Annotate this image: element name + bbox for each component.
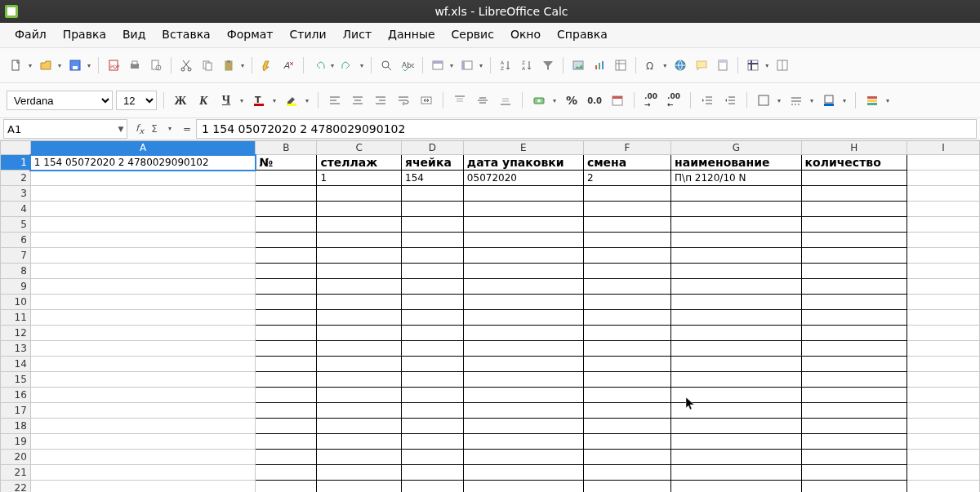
cell-C20[interactable] — [317, 450, 402, 465]
cell-D9[interactable] — [402, 279, 464, 295]
cell-B1[interactable]: № — [256, 155, 317, 171]
cell-A19[interactable] — [30, 434, 255, 450]
cell-E5[interactable] — [463, 217, 583, 233]
cell-C1[interactable]: стеллаж — [317, 155, 402, 171]
cell-I16[interactable] — [907, 388, 980, 403]
cell-I22[interactable] — [907, 481, 980, 493]
cell-A6[interactable] — [30, 233, 255, 248]
remove-decimal-icon[interactable]: .00← — [664, 91, 684, 110]
cell-A4[interactable] — [30, 202, 255, 217]
cell-G16[interactable] — [671, 388, 801, 403]
cell-C3[interactable] — [317, 186, 402, 202]
cell-F19[interactable] — [583, 434, 670, 450]
cell-G12[interactable] — [671, 326, 801, 341]
cell-E21[interactable] — [463, 465, 583, 481]
cell-A10[interactable] — [30, 295, 255, 310]
cell-H13[interactable] — [801, 341, 907, 357]
freeze-icon[interactable] — [743, 55, 763, 75]
select-all-corner[interactable] — [1, 141, 31, 155]
cell-G7[interactable] — [671, 248, 801, 264]
cell-D11[interactable] — [402, 310, 464, 326]
cell-G5[interactable] — [671, 217, 801, 233]
row-header-22[interactable]: 22 — [1, 481, 31, 493]
row-header-14[interactable]: 14 — [1, 357, 31, 372]
cell-G13[interactable] — [671, 341, 801, 357]
cell-E19[interactable] — [463, 434, 583, 450]
cell-G11[interactable] — [671, 310, 801, 326]
font-color-button[interactable]: T — [249, 91, 269, 110]
insert-chart-icon[interactable] — [590, 55, 609, 75]
cell-D10[interactable] — [402, 295, 464, 310]
function-wizard-icon[interactable]: fx — [134, 122, 145, 135]
cell-A20[interactable] — [30, 450, 255, 465]
insert-image-icon[interactable] — [568, 55, 588, 75]
cell-F18[interactable] — [583, 419, 670, 434]
font-name-select[interactable]: Verdana — [7, 91, 113, 110]
align-left-icon[interactable] — [325, 91, 345, 110]
cell-I18[interactable] — [907, 419, 980, 434]
cell-E3[interactable] — [463, 186, 583, 202]
border-color-icon[interactable] — [819, 91, 839, 110]
currency-icon[interactable] — [529, 91, 549, 110]
cell-D4[interactable] — [402, 202, 464, 217]
row-header-12[interactable]: 12 — [1, 326, 31, 341]
cell-A3[interactable] — [30, 186, 255, 202]
row-header-2[interactable]: 2 — [1, 171, 31, 186]
clone-formatting-icon[interactable] — [257, 55, 277, 75]
cell-I20[interactable] — [907, 450, 980, 465]
cell-H17[interactable] — [801, 403, 907, 419]
align-middle-icon[interactable] — [473, 91, 492, 110]
conditional-format-icon[interactable] — [862, 91, 882, 110]
cell-F14[interactable] — [583, 357, 670, 372]
cell-E13[interactable] — [463, 341, 583, 357]
cell-D16[interactable] — [402, 388, 464, 403]
cell-F7[interactable] — [583, 248, 670, 264]
cell-B4[interactable] — [256, 202, 317, 217]
cell-G10[interactable] — [671, 295, 801, 310]
menu-Вид[interactable]: Вид — [114, 24, 154, 44]
menu-Сервис[interactable]: Сервис — [443, 24, 502, 44]
cell-A13[interactable] — [30, 341, 255, 357]
cell-A9[interactable] — [30, 279, 255, 295]
cell-C9[interactable] — [317, 279, 402, 295]
cell-E15[interactable] — [463, 372, 583, 388]
cell-B19[interactable] — [256, 434, 317, 450]
column-header-G[interactable]: G — [671, 141, 801, 155]
cell-F15[interactable] — [583, 372, 670, 388]
cell-A16[interactable] — [30, 388, 255, 403]
print-icon[interactable] — [125, 55, 145, 75]
cell-E12[interactable] — [463, 326, 583, 341]
cell-G3[interactable] — [671, 186, 801, 202]
cell-F2[interactable]: 2 — [583, 171, 670, 186]
cell-D19[interactable] — [402, 434, 464, 450]
cell-E18[interactable] — [463, 419, 583, 434]
sort-desc-icon[interactable]: ZA — [517, 55, 537, 75]
align-bottom-icon[interactable] — [496, 91, 515, 110]
cell-G18[interactable] — [671, 419, 801, 434]
menu-Окно[interactable]: Окно — [502, 24, 549, 44]
row-icon[interactable] — [428, 55, 448, 75]
cell-H5[interactable] — [801, 217, 907, 233]
cell-I10[interactable] — [907, 295, 980, 310]
cell-A5[interactable] — [30, 217, 255, 233]
row-header-6[interactable]: 6 — [1, 233, 31, 248]
name-box[interactable]: A1 ▼ — [3, 119, 127, 139]
cell-E9[interactable] — [463, 279, 583, 295]
cell-E17[interactable] — [463, 403, 583, 419]
menu-Файл[interactable]: Файл — [7, 24, 55, 44]
number-format-icon[interactable]: 0.0 — [585, 91, 604, 110]
find-icon[interactable] — [376, 55, 396, 75]
cell-H6[interactable] — [801, 233, 907, 248]
cell-H14[interactable] — [801, 357, 907, 372]
cell-C7[interactable] — [317, 248, 402, 264]
undo-icon[interactable] — [309, 55, 328, 75]
cell-A7[interactable] — [30, 248, 255, 264]
column-header-D[interactable]: D — [402, 141, 464, 155]
bold-button[interactable]: Ж — [171, 91, 190, 110]
column-header-C[interactable]: C — [317, 141, 402, 155]
cell-G6[interactable] — [671, 233, 801, 248]
cell-C16[interactable] — [317, 388, 402, 403]
cell-H4[interactable] — [801, 202, 907, 217]
cell-H11[interactable] — [801, 310, 907, 326]
cell-B12[interactable] — [256, 326, 317, 341]
